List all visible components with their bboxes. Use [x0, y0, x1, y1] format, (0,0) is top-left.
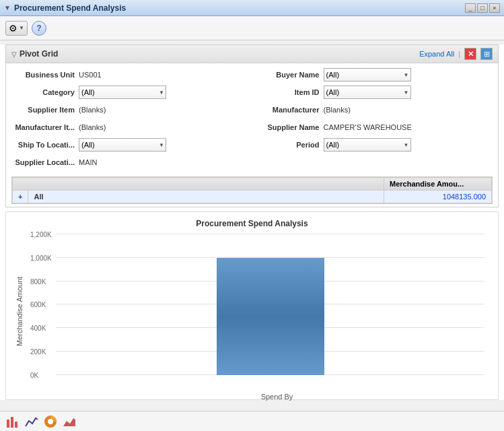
svg-marker-5	[63, 418, 75, 426]
title-bar-left: ▼ Procurement Spend Analysis	[4, 3, 126, 13]
ship-to-select-wrapper[interactable]: (All)	[79, 138, 166, 152]
category-select[interactable]: (All)	[79, 86, 166, 99]
row-value: 1048135.000	[384, 191, 492, 203]
area-chart-button[interactable]	[62, 414, 77, 429]
expand-row-button[interactable]: +	[13, 191, 28, 203]
area-chart-icon	[62, 414, 77, 429]
grid-label-800k: 800K	[30, 277, 46, 285]
manufacturer-label: Manufacturer	[259, 106, 320, 114]
grid-label-200k: 200K	[30, 348, 46, 356]
x-axis-label: Spend By	[29, 393, 491, 401]
gear-button[interactable]: ⚙ ▼	[5, 21, 28, 36]
minimize-button[interactable]: _	[465, 3, 476, 13]
title-bar-controls: _ □ ×	[465, 3, 500, 13]
expand-all-link[interactable]: Expand All	[419, 50, 454, 58]
bar-chart-button[interactable]	[5, 414, 20, 429]
pivot-header-right: Expand All | ✕ ⊞	[419, 48, 493, 60]
pivot-table: Merchandise Amou... + All 1048135.000	[12, 177, 492, 203]
filter-row-item-id: Item ID (All)	[259, 85, 491, 100]
help-button[interactable]: ?	[32, 21, 46, 36]
chart-area: Merchandise Amount 1,200K 1,000K 800K 60…	[13, 234, 491, 389]
chart-section: Procurement Spend Analysis Merchandise A…	[5, 211, 499, 400]
table-header-label	[13, 178, 384, 191]
supplier-name-value: CAMPER'S WAREHOUSE	[324, 123, 412, 131]
window-title: Procurement Spend Analysis	[14, 3, 126, 13]
business-unit-label: Business Unit	[14, 71, 75, 79]
filter-row-category: Category (All)	[14, 85, 246, 100]
period-select[interactable]: (All)	[324, 138, 411, 152]
buyer-name-label: Buyer Name	[259, 71, 320, 79]
pivot-toggle-icon[interactable]: ▽	[11, 51, 17, 58]
supplier-name-label: Supplier Name	[259, 123, 320, 131]
item-id-select[interactable]: (All)	[324, 86, 411, 99]
svg-rect-0	[7, 420, 9, 428]
pivot-grid-header: ▽ Pivot Grid Expand All | ✕ ⊞	[6, 45, 498, 63]
buyer-name-select-wrapper[interactable]: (All)	[324, 68, 411, 81]
category-select-wrapper[interactable]: (All)	[79, 86, 166, 99]
grid-label-400k: 400K	[30, 325, 46, 332]
header-separator: |	[458, 50, 460, 58]
period-label: Period	[259, 141, 320, 149]
chart-bar	[217, 258, 324, 375]
filter-row-supplier-name: Supplier Name CAMPER'S WAREHOUSE	[259, 120, 491, 135]
grid-label-0k: 0K	[30, 371, 38, 378]
bar-chart-icon	[5, 414, 20, 429]
maximize-button[interactable]: □	[477, 3, 488, 13]
chart-bar-container	[56, 234, 484, 375]
filter-grid: Business Unit US001 Buyer Name (All) Cat…	[6, 63, 498, 174]
manufacturer-it-label: Manufacturer It...	[14, 123, 75, 131]
pivot-close-button[interactable]: ✕	[464, 48, 476, 60]
grid-label-1000k: 1,000K	[30, 254, 52, 261]
pie-chart-button[interactable]	[43, 414, 58, 429]
line-chart-icon	[24, 414, 39, 429]
filter-row-manufacturer-it: Manufacturer It... (Blanks)	[14, 120, 246, 135]
pivot-grid-button[interactable]: ⊞	[480, 48, 493, 60]
filter-row-manufacturer: Manufacturer (Blanks)	[259, 102, 491, 117]
item-id-select-wrapper[interactable]: (All)	[324, 86, 411, 99]
pivot-grid-label: Pivot Grid	[20, 49, 58, 59]
title-bar-arrow-icon: ▼	[4, 4, 11, 11]
ship-to-label: Ship To Locati...	[14, 141, 75, 149]
pie-chart-icon	[43, 414, 58, 429]
gear-icon: ⚙	[9, 23, 17, 34]
y-axis-label: Merchandise Amount	[13, 234, 26, 389]
title-bar: ▼ Procurement Spend Analysis _ □ ×	[0, 0, 504, 16]
filter-row-supplier-loci: Supplier Locati... MAIN	[14, 155, 246, 170]
filter-row-supplier-item: Supplier Item (Blanks)	[14, 102, 246, 117]
chart-title: Procurement Spend Analysis	[13, 219, 491, 228]
manufacturer-it-value: (Blanks)	[79, 123, 106, 131]
merchandise-amount-header: Merchandise Amou...	[384, 178, 492, 191]
pivot-title-left: ▽ Pivot Grid	[11, 49, 58, 59]
main-toolbar: ⚙ ▼ ?	[0, 16, 504, 40]
table-row: + All 1048135.000	[13, 191, 492, 203]
business-unit-value: US001	[79, 71, 102, 79]
pivot-grid-section: ▽ Pivot Grid Expand All | ✕ ⊞ Business U…	[5, 44, 499, 207]
period-select-wrapper[interactable]: (All)	[324, 138, 411, 152]
filter-row-business-unit: Business Unit US001	[14, 67, 246, 82]
filter-row-ship-to: Ship To Locati... (All)	[14, 137, 246, 152]
item-id-label: Item ID	[259, 88, 320, 96]
supplier-loci-value: MAIN	[79, 158, 98, 166]
close-button[interactable]: ×	[489, 3, 500, 13]
manufacturer-value: (Blanks)	[324, 106, 351, 114]
grid-label-600k: 600K	[30, 301, 46, 308]
main-content: ▽ Pivot Grid Expand All | ✕ ⊞ Business U…	[0, 44, 504, 400]
row-label: All	[28, 191, 384, 203]
svg-rect-1	[11, 417, 13, 428]
filter-row-period: Period (All)	[259, 137, 491, 152]
svg-point-4	[48, 419, 53, 424]
buyer-name-select[interactable]: (All)	[324, 68, 411, 81]
gear-dropdown-arrow-icon: ▼	[19, 25, 24, 31]
filter-row-buyer-name: Buyer Name (All)	[259, 67, 491, 82]
ship-to-select[interactable]: (All)	[79, 138, 166, 152]
supplier-item-label: Supplier Item	[14, 106, 75, 114]
supplier-loci-label: Supplier Locati...	[14, 158, 75, 166]
line-chart-button[interactable]	[24, 414, 39, 429]
chart-inner: 1,200K 1,000K 800K 600K 400K 2	[29, 234, 491, 389]
category-label: Category	[14, 88, 75, 96]
supplier-item-value: (Blanks)	[79, 106, 106, 114]
bottom-toolbar	[0, 411, 504, 431]
grid-label-1200k: 1,200K	[30, 231, 52, 238]
pivot-data-table: Merchandise Amou... + All 1048135.000	[11, 176, 493, 204]
svg-rect-2	[15, 422, 17, 428]
